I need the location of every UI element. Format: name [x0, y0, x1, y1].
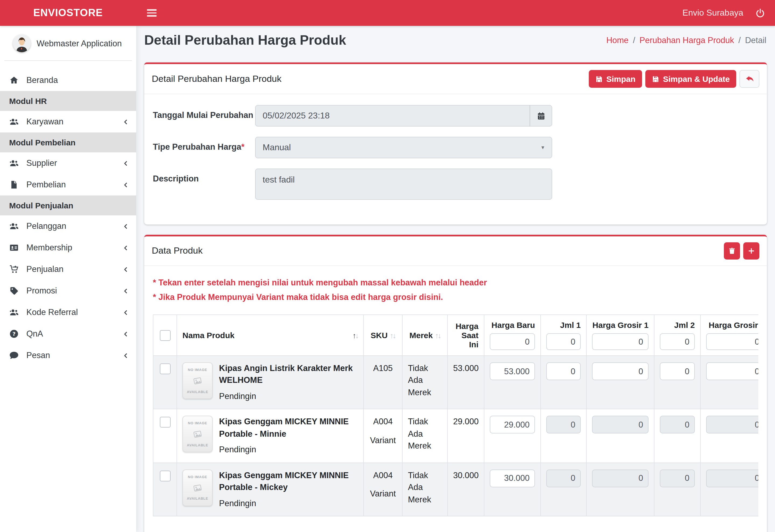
logout-button[interactable] — [755, 8, 765, 18]
breadcrumb-perubahan-harga-produk[interactable]: Perubahan Harga Produk — [640, 35, 734, 45]
add-product-button[interactable] — [743, 242, 759, 259]
col-merek[interactable]: Merek — [409, 331, 433, 340]
table-header-row: Nama Produk ↑↓ SKU ↑↓ — [153, 315, 758, 356]
comment-icon — [9, 351, 19, 360]
delete-rows-button[interactable] — [724, 242, 740, 259]
product-category: Pendingin — [219, 444, 358, 456]
sidebar-item-kode-referral[interactable]: Kode Referral — [0, 302, 136, 323]
sidebar-item-label: Promosi — [26, 286, 123, 296]
sidebar-item-pembelian[interactable]: Pembelian — [0, 174, 136, 195]
col-sku[interactable]: SKU — [370, 331, 388, 340]
sidebar-toggle-button[interactable] — [147, 9, 157, 17]
file-icon — [9, 180, 19, 189]
row-checkbox[interactable] — [160, 364, 170, 374]
description-label: Description — [153, 168, 255, 202]
bulk-jml-2-input[interactable] — [660, 333, 695, 350]
products-table: Nama Produk ↑↓ SKU ↑↓ — [153, 315, 758, 516]
save-icon — [595, 75, 603, 83]
photo-icon — [192, 429, 204, 439]
note-variant: * Jika Produk Mempunyai Variant maka tid… — [153, 293, 758, 302]
col-harga-grosir-1: Harga Grosir 1 — [592, 321, 649, 330]
description-textarea[interactable]: test fadil — [255, 168, 552, 200]
users-icon — [9, 221, 19, 231]
breadcrumb: Home / Perubahan Harga Produk / Detail — [606, 35, 766, 45]
product-name: Kipas Genggam MICKEY MINNIE Portable - M… — [219, 416, 358, 440]
chevron-left-icon — [123, 288, 129, 294]
sidebar-item-promosi[interactable]: Promosi — [0, 280, 136, 302]
chevron-left-icon — [123, 331, 129, 337]
bulk-harga-grosir-1-input[interactable] — [592, 333, 649, 350]
power-icon — [755, 8, 765, 18]
user-name[interactable]: Webmaster Application — [37, 38, 122, 48]
sort-icon[interactable]: ↑↓ — [435, 331, 441, 340]
table-row: NO IMAGE AVAILABLE Kipas Genggam MICKEY … — [153, 409, 758, 463]
sidebar-item-karyawan[interactable]: Karyawan — [0, 111, 136, 132]
brand-logo[interactable]: ENVIOSTORE — [0, 0, 136, 26]
sidebar-item-qna[interactable]: QnA — [0, 323, 136, 345]
jml-2-input[interactable] — [660, 362, 695, 380]
bulk-harga-grosir-2-input[interactable] — [706, 333, 758, 350]
back-button[interactable] — [739, 70, 759, 88]
sidebar-item-beranda[interactable]: Beranda — [0, 69, 136, 91]
sidebar-item-membership[interactable]: Membership — [0, 237, 136, 258]
breadcrumb-separator: / — [738, 35, 741, 45]
harga-grosir-2-input — [706, 416, 758, 434]
store-name-link[interactable]: Envio Surabaya — [682, 8, 743, 18]
breadcrumb-home[interactable]: Home — [606, 35, 629, 45]
sidebar-item-pesan[interactable]: Pesan — [0, 345, 136, 366]
col-harga-saat-ini: Harga Saat Ini — [448, 315, 484, 356]
product-sku: A004 — [369, 470, 397, 482]
calendar-button[interactable] — [530, 105, 552, 126]
avatar[interactable] — [13, 34, 31, 52]
sidebar-item-supplier[interactable]: Supplier — [0, 152, 136, 174]
sidebar-item-label: Kode Referral — [26, 308, 123, 317]
tipe-perubahan-select[interactable]: Manual ▼ — [255, 137, 552, 158]
product-name: Kipas Angin Listrik Karakter Merk WELHOM… — [219, 362, 358, 387]
sort-icon[interactable]: ↑↓ — [390, 331, 395, 340]
top-navbar: ENVIOSTORE Envio Surabaya — [0, 0, 775, 26]
sidebar-section-label: Modul Penjualan — [9, 201, 73, 210]
sort-icon[interactable]: ↑↓ — [352, 331, 358, 340]
data-produk-title: Data Produk — [152, 245, 203, 256]
detail-card: Detail Perubahan Harga Produk Simpan Sim… — [144, 62, 767, 224]
select-all-checkbox[interactable] — [160, 330, 170, 341]
col-jml-1: Jml 1 — [546, 321, 581, 330]
harga-baru-input[interactable] — [490, 362, 535, 380]
simpan-update-button[interactable]: Simpan & Update — [645, 70, 736, 88]
note-bulk-edit: * Tekan enter setelah mengisi nilai untu… — [153, 278, 758, 288]
harga-grosir-1-input[interactable] — [592, 362, 649, 380]
bulk-harga-baru-input[interactable] — [490, 333, 535, 350]
sidebar-item-pelanggan[interactable]: Pelanggan — [0, 215, 136, 237]
users-icon — [9, 158, 19, 168]
product-variant-flag: Variant — [369, 488, 397, 500]
sidebar-item-penjualan[interactable]: Penjualan — [0, 258, 136, 280]
caret-down-icon: ▼ — [540, 145, 545, 150]
harga-grosir-1-input — [592, 416, 649, 434]
home-icon — [9, 75, 19, 85]
simpan-button[interactable]: Simpan — [589, 70, 642, 88]
sidebar-section-label: Modul Pembelian — [9, 138, 76, 147]
chevron-left-icon — [123, 119, 129, 125]
sidebar-section-modul-hr: Modul HR — [0, 91, 136, 111]
chevron-left-icon — [123, 160, 129, 166]
tipe-label: Tipe Perubahan Harga* — [153, 137, 255, 158]
jml-1-input — [546, 470, 581, 487]
sidebar-item-label: Supplier — [26, 158, 123, 168]
product-merek: Tidak Ada Merek — [402, 463, 448, 516]
photo-icon — [192, 482, 204, 493]
product-image-placeholder: NO IMAGE AVAILABLE — [182, 470, 212, 506]
col-nama-produk[interactable]: Nama Produk — [182, 331, 234, 340]
row-checkbox[interactable] — [160, 471, 170, 481]
detail-card-title: Detail Perubahan Harga Produk — [152, 73, 281, 84]
row-checkbox[interactable] — [160, 417, 170, 428]
sidebar-section-modul-penjualan: Modul Penjualan — [0, 195, 136, 215]
harga-baru-input[interactable] — [490, 470, 535, 487]
bulk-jml-1-input[interactable] — [546, 333, 581, 350]
sidebar-item-label: Pembelian — [26, 180, 123, 189]
jml-1-input[interactable] — [546, 362, 581, 380]
harga-grosir-2-input[interactable] — [706, 362, 758, 380]
harga-saat-ini-value: 30.000 — [448, 463, 484, 516]
tanggal-mulai-input[interactable] — [255, 105, 530, 126]
id-card-icon — [9, 243, 19, 252]
harga-baru-input[interactable] — [490, 416, 535, 434]
